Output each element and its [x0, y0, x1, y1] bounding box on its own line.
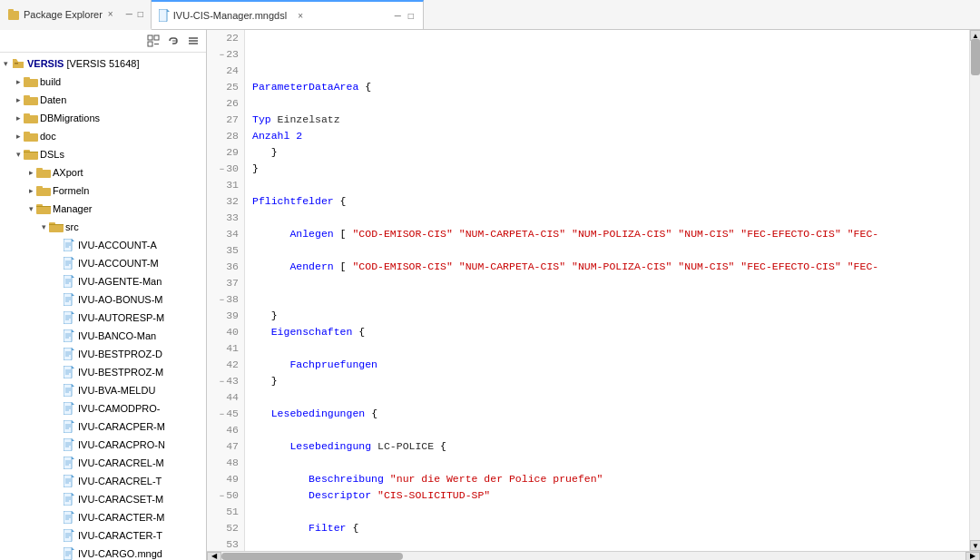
- svg-rect-13: [24, 79, 38, 87]
- tree-item-file8[interactable]: IVU-BESTPROZ-M: [0, 363, 206, 381]
- tree-item-file5[interactable]: IVU-AUTORESP-M: [0, 309, 206, 327]
- editor-tab-close[interactable]: ×: [296, 10, 305, 22]
- tree-arrow-dsls[interactable]: ▾: [13, 150, 24, 159]
- tree-item-file9[interactable]: IVU-BVA-MELDU: [0, 381, 206, 399]
- code-line-47: Beschreibung "nur die Werte der Police p…: [252, 471, 969, 487]
- tree-item-doc[interactable]: ▸ doc: [0, 127, 206, 145]
- tree-item-build[interactable]: ▸ build: [0, 73, 206, 91]
- tab-package-explorer-label: Package Explorer: [24, 9, 103, 20]
- line-number-28: 28: [207, 128, 239, 144]
- tree-arrow-build[interactable]: ▸: [13, 77, 24, 86]
- code-line-39: [252, 340, 969, 357]
- hscroll-track[interactable]: [221, 553, 965, 560]
- svg-rect-31: [49, 224, 64, 232]
- tree-label-versis: VERSIS [VERSIS 51648]: [27, 58, 202, 69]
- tree-arrow-src[interactable]: ▾: [38, 222, 49, 231]
- tree-arrow-daten[interactable]: ▸: [13, 95, 24, 104]
- minimize-icon[interactable]: ─: [126, 9, 132, 19]
- tree-label-file6: IVU-BANCO-Man: [78, 330, 202, 341]
- tree-item-formeln[interactable]: ▸ Formeln: [0, 182, 206, 200]
- line-number-53: 53: [207, 536, 239, 551]
- project-icon-versis: [11, 57, 25, 70]
- tree-arrow-versis[interactable]: ▾: [0, 59, 11, 68]
- tab-editor[interactable]: IVU-CIS-Manager.mngdsl × ─ □: [152, 0, 424, 29]
- collapse-indicator-50[interactable]: −: [220, 492, 224, 501]
- vscroll-thumb[interactable]: [971, 39, 980, 75]
- file-icon-file2: [62, 257, 76, 270]
- line-number-29: 29: [207, 144, 239, 161]
- pe-tree: ▾ VERSIS [VERSIS 51648]▸ build▸ Daten▸ D…: [0, 53, 206, 560]
- svg-rect-16: [24, 95, 30, 98]
- line-number-31: 31: [207, 177, 239, 193]
- tree-arrow-formeln[interactable]: ▸: [25, 186, 36, 195]
- tree-label-file18: IVU-CARGO.mngd: [78, 548, 202, 559]
- tree-arrow-manager[interactable]: ▾: [25, 204, 36, 213]
- tree-item-file17[interactable]: IVU-CARACTER-T: [0, 526, 206, 545]
- link-with-editor-button[interactable]: [164, 32, 182, 50]
- file-icon-file9: [62, 384, 76, 397]
- tree-item-dbmigrations[interactable]: ▸ DBMigrations: [0, 109, 206, 127]
- file-icon-file16: [62, 511, 76, 524]
- line-number-24: 24: [207, 63, 239, 79]
- tree-arrow-dbmigrations[interactable]: ▸: [13, 113, 24, 123]
- tree-item-manager[interactable]: ▾ Manager: [0, 200, 206, 218]
- tree-item-file7[interactable]: IVU-BESTPROZ-D: [0, 345, 206, 363]
- collapse-indicator-45[interactable]: −: [220, 410, 224, 419]
- tree-item-dsls[interactable]: ▾ DSLs: [0, 145, 206, 163]
- vscroll-down[interactable]: ▼: [970, 540, 980, 551]
- editor-minimize-icon[interactable]: ─: [395, 11, 401, 21]
- tree-label-file8: IVU-BESTPROZ-M: [78, 367, 202, 378]
- collapse-indicator-23[interactable]: −: [220, 51, 224, 60]
- hscroll-right[interactable]: ▶: [965, 552, 980, 561]
- tree-item-file18[interactable]: IVU-CARGO.mngd: [0, 545, 206, 560]
- folder-icon-formeln: [36, 184, 51, 197]
- package-explorer-panel: ▾ VERSIS [VERSIS 51648]▸ build▸ Daten▸ D…: [0, 30, 207, 560]
- tree-label-build: build: [40, 76, 202, 87]
- code-lines[interactable]: ParameterDataArea { Typ EinzelsatzAnzahl…: [245, 30, 969, 551]
- editor-restore-icon[interactable]: □: [408, 11, 414, 21]
- tree-item-axport[interactable]: ▸ AXport: [0, 163, 206, 182]
- code-line-41: }: [252, 373, 969, 389]
- collapse-indicator-43[interactable]: −: [220, 378, 224, 387]
- code-vscroll[interactable]: ▲ ▼: [969, 30, 980, 551]
- hscroll-thumb[interactable]: [221, 553, 403, 560]
- tab-package-explorer-close[interactable]: ×: [106, 8, 115, 20]
- tree-item-file12[interactable]: IVU-CARACPRO-N: [0, 436, 206, 454]
- folder-icon-doc: [24, 130, 38, 142]
- tree-item-versis[interactable]: ▾ VERSIS [VERSIS 51648]: [0, 54, 206, 73]
- maximize-icon[interactable]: □: [138, 9, 143, 19]
- line-number-51: 51: [207, 504, 239, 520]
- tree-item-file6[interactable]: IVU-BANCO-Man: [0, 327, 206, 345]
- code-line-49: [252, 504, 969, 520]
- code-line-26: Anzahl 2: [252, 128, 969, 144]
- pe-menu-button[interactable]: [184, 32, 202, 50]
- svg-rect-23: [24, 152, 38, 152]
- tree-arrow-axport[interactable]: ▸: [25, 168, 36, 177]
- hscroll-bar[interactable]: ◀ ▶: [207, 551, 980, 560]
- tree-item-file1[interactable]: IVU-ACCOUNT-A: [0, 236, 206, 254]
- tree-arrow-doc[interactable]: ▸: [13, 132, 24, 141]
- collapse-indicator-30[interactable]: −: [220, 165, 224, 174]
- tree-item-file15[interactable]: IVU-CARACSET-M: [0, 490, 206, 508]
- svg-rect-5: [148, 42, 152, 46]
- tree-item-file2[interactable]: IVU-ACCOUNT-M: [0, 254, 206, 272]
- tree-label-formeln: Formeln: [53, 185, 202, 196]
- collapse-all-button[interactable]: [144, 32, 162, 50]
- tree-item-file11[interactable]: IVU-CARACPER-M: [0, 418, 206, 436]
- tree-item-file3[interactable]: IVU-AGENTE-Man: [0, 272, 206, 290]
- line-number-47: 47: [207, 438, 239, 455]
- tree-item-file4[interactable]: IVU-AO-BONUS-M: [0, 290, 206, 309]
- tree-item-file10[interactable]: IVU-CAMODPRO-: [0, 399, 206, 418]
- tree-item-daten[interactable]: ▸ Daten: [0, 91, 206, 109]
- tree-item-file13[interactable]: IVU-CARACREL-M: [0, 454, 206, 472]
- tab-package-explorer[interactable]: Package Explorer × ─ □: [0, 0, 152, 30]
- tree-label-src: src: [65, 221, 202, 232]
- tree-item-file16[interactable]: IVU-CARACTER-M: [0, 508, 206, 526]
- file-icon-file1: [62, 239, 76, 251]
- line-number-45: −45: [207, 406, 239, 422]
- hscroll-left[interactable]: ◀: [207, 552, 221, 561]
- tree-label-file14: IVU-CARACREL-T: [78, 476, 202, 486]
- tree-item-src[interactable]: ▾ src: [0, 218, 206, 236]
- tree-item-file14[interactable]: IVU-CARACREL-T: [0, 472, 206, 490]
- collapse-indicator-38[interactable]: −: [220, 296, 224, 305]
